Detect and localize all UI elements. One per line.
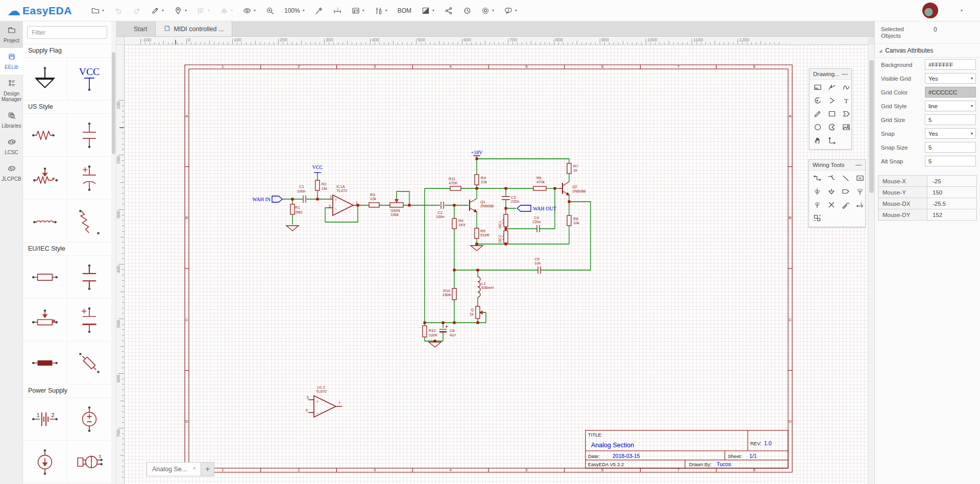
selection-wand-button[interactable]	[311, 3, 327, 18]
dropdown-caret-icon[interactable]: ▾	[102, 8, 104, 13]
schematic-canvas[interactable]: 1122334455667788AABBCCDD	[125, 45, 868, 484]
penwire-tool[interactable]	[840, 199, 852, 211]
vccflag-tool[interactable]: VCC	[854, 185, 866, 198]
dropdown-caret-icon[interactable]: ▾	[303, 8, 305, 13]
bus-tool[interactable]	[825, 172, 838, 184]
image-tool[interactable]	[840, 121, 852, 133]
plus5v-tool[interactable]: +5V	[811, 199, 823, 211]
tab-midi-controlled[interactable]: MIDI controlled ...	[155, 21, 232, 36]
dropdown-caret-icon[interactable]: ▾	[254, 8, 256, 13]
netport-tool[interactable]	[840, 185, 852, 198]
tab-start[interactable]: Start	[126, 21, 155, 36]
lib-item-cappol-eu[interactable]	[67, 298, 112, 341]
account-caret-icon[interactable]: ▾	[961, 8, 963, 13]
panel-form-button[interactable]: ▾	[348, 3, 368, 18]
lib-item-cap-eu[interactable]	[67, 255, 112, 298]
line-tool[interactable]	[840, 172, 852, 184]
settings-gear-button[interactable]: ▾	[478, 3, 498, 18]
snap-size-input[interactable]: 5	[925, 142, 976, 153]
theme-button[interactable]: ▾	[418, 3, 438, 18]
sidebar-item-design-manager[interactable]: Design Manager	[0, 75, 23, 107]
grid-size-input[interactable]: 5	[925, 114, 976, 125]
pie-tool[interactable]	[826, 121, 838, 133]
grid-style-select[interactable]: line▾	[925, 101, 976, 111]
polygon-tool[interactable]	[840, 108, 852, 120]
netlabel-tool[interactable]: N	[854, 172, 866, 184]
dropdown-caret-icon[interactable]: ▾	[385, 8, 387, 13]
canvas-attributes-header[interactable]: ◢ Canvas Attributes	[875, 44, 980, 58]
polyline-tool[interactable]	[826, 81, 838, 93]
zoom-in-button[interactable]	[262, 3, 278, 18]
add-sheet-button[interactable]: +	[201, 462, 214, 476]
text-tool[interactable]: T	[840, 94, 852, 107]
zoom-level-button[interactable]: 100%▾	[281, 3, 308, 18]
bezier-tool[interactable]	[840, 81, 852, 93]
minimize-icon[interactable]: —	[842, 70, 848, 78]
lib-item-gnd[interactable]	[23, 57, 67, 100]
filter-input[interactable]	[27, 26, 107, 39]
dropdown-caret-icon[interactable]: ▾	[208, 8, 210, 13]
group-tool[interactable]	[811, 212, 823, 224]
lib-item-res-eu[interactable]	[23, 255, 67, 298]
lib-item-ind-eu[interactable]	[23, 341, 67, 384]
sidebar-item-lcsc[interactable]: LCSCLCSC	[0, 133, 23, 160]
lib-item-cappol-us[interactable]	[67, 156, 112, 199]
snap-select[interactable]: Yes▾	[925, 128, 976, 139]
easyeda-logo[interactable]: ☁ EasyEDA	[7, 4, 72, 17]
sidebar-item-project[interactable]: Project	[0, 21, 23, 48]
gnd-tool[interactable]	[825, 185, 838, 198]
sidebar-item-eelib[interactable]: EELib	[0, 48, 23, 75]
canvas-tool[interactable]	[812, 81, 824, 93]
lib-item-mic[interactable]: 3	[67, 440, 112, 483]
noconnect-tool[interactable]	[825, 199, 838, 211]
minimize-icon[interactable]: —	[855, 161, 862, 168]
history-button[interactable]	[459, 3, 475, 18]
gndearth-tool[interactable]	[811, 185, 823, 198]
grid-color-swatch[interactable]: #CCCCCC	[925, 87, 976, 98]
sidebar-item-libraries[interactable]: Libraries	[0, 107, 23, 133]
dropdown-caret-icon[interactable]: ▾	[162, 8, 164, 13]
lib-item-vsource[interactable]	[67, 397, 112, 440]
canvas-scrollbar[interactable]	[868, 45, 874, 484]
rect-tool[interactable]	[826, 108, 838, 120]
lib-item-resdiag-eu[interactable]	[67, 341, 112, 384]
lib-item-res-us[interactable]	[23, 113, 67, 156]
dropdown-caret-icon[interactable]: ▾	[362, 8, 364, 13]
netport1-tool[interactable]: 1	[854, 199, 866, 211]
lib-item-vcc[interactable]: VCC	[67, 57, 112, 100]
user-avatar[interactable]	[922, 3, 938, 18]
drag-tool[interactable]	[812, 134, 824, 147]
dropdown-caret-icon[interactable]: ▾	[432, 8, 434, 13]
dropdown-caret-icon[interactable]: ▾	[515, 8, 517, 13]
alt-snap-input[interactable]: 5	[925, 156, 976, 166]
arrowhead-tool[interactable]	[826, 94, 838, 107]
wire-tool[interactable]	[811, 172, 823, 184]
sheet-tab-analog[interactable]: Analog Se... ^	[146, 462, 201, 476]
lib-item-isource[interactable]	[23, 440, 67, 483]
place-pin-button[interactable]: ▾	[170, 3, 190, 18]
bom-button[interactable]: BOM	[394, 3, 415, 18]
collapse-icon[interactable]: ^	[193, 466, 195, 472]
dropdown-caret-icon[interactable]: ▾	[185, 8, 187, 13]
lib-item-pot-eu[interactable]	[23, 298, 67, 341]
lib-item-ind-us[interactable]	[23, 199, 67, 242]
share-button[interactable]	[441, 3, 456, 18]
tools-button[interactable]: ▾	[371, 3, 391, 18]
file-folder-button[interactable]: ▾	[88, 3, 108, 18]
dropdown-caret-icon[interactable]: ▾	[231, 8, 233, 13]
background-input[interactable]: #FFFFFF	[925, 59, 976, 70]
sidebar-item-jlcpcb[interactable]: JLCJLCPCB	[0, 160, 23, 186]
lib-item-cap-us[interactable]	[67, 113, 112, 156]
pencil-tool[interactable]	[812, 108, 824, 120]
library-scrollbar[interactable]	[111, 21, 116, 484]
lib-item-battery[interactable]: 12	[23, 397, 67, 440]
view-eye-button[interactable]: ▾	[239, 3, 259, 18]
lib-item-pot-us[interactable]	[23, 156, 67, 199]
ellipse-tool[interactable]	[812, 121, 824, 133]
arc-tool[interactable]	[812, 94, 824, 107]
origin-tool[interactable]	[826, 134, 838, 147]
lib-item-resdiag-us[interactable]	[67, 199, 112, 242]
dropdown-caret-icon[interactable]: ▾	[492, 8, 494, 13]
visible-grid-select[interactable]: Yes▾	[925, 73, 976, 84]
edit-pencil-button[interactable]: ▾	[148, 3, 167, 18]
